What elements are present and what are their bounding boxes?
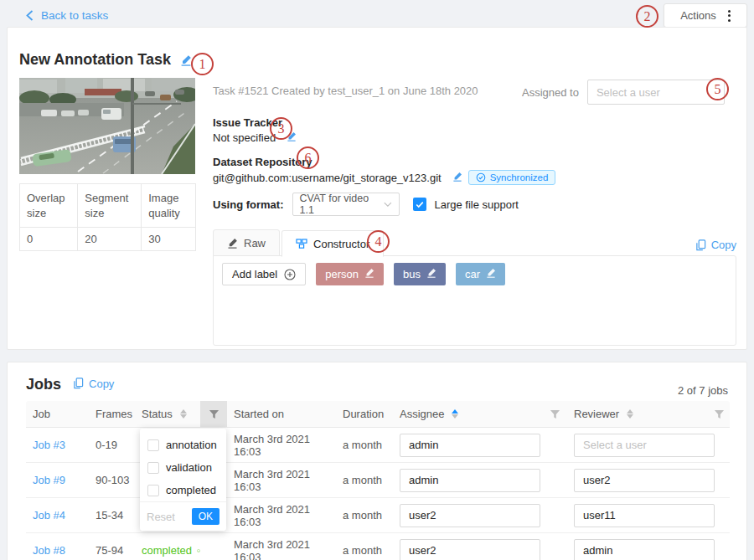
large-file-support-checkbox[interactable] [413,198,426,211]
job-status-text: completed [142,544,192,557]
param-header-quality: Image quality [142,184,196,228]
job-duration: a month [336,474,393,486]
job-reviewer-input[interactable] [574,469,715,492]
synchronized-badge[interactable]: Synchronized [468,170,556,185]
col-status[interactable]: Status [135,408,200,420]
jobs-copy-button[interactable]: Copy [73,378,114,390]
label-constructor-panel: Add label person bus car [213,255,736,346]
actions-button[interactable]: Actions [664,3,747,28]
using-format-label: Using format: [213,198,284,211]
job-link[interactable]: Job #9 [33,474,65,486]
checkbox-completed[interactable] [147,485,159,496]
jobs-header: Jobs Copy [26,376,114,393]
callout-3: 3 [270,117,292,140]
label-chip-bus[interactable]: bus [394,263,446,285]
job-row: Job #9 90-103 March 3rd 2021 16:03 a mon… [26,463,730,498]
svg-text:?: ? [198,549,199,551]
label-car-text: car [465,268,480,280]
add-label-text: Add label [232,268,277,280]
jobs-table-header: Job Frames Status Started on Duration As… [26,401,730,428]
back-to-tasks-label: Back to tasks [41,9,108,22]
task-preview-image [19,78,195,174]
question-circle-icon[interactable]: ? [197,545,200,557]
col-reviewer[interactable]: Reviewer [567,408,709,420]
assignee-sort-control[interactable] [452,409,458,419]
col-reviewer-label: Reviewer [574,408,619,420]
job-link[interactable]: Job #8 [33,544,65,557]
chevron-left-icon [25,10,34,21]
assignee-filter-button[interactable] [542,401,567,427]
label-bus-text: bus [403,268,421,280]
job-assignee-input[interactable] [400,434,540,457]
format-select[interactable]: CVAT for video 1.1 [292,193,400,216]
funnel-icon [550,409,560,419]
filter-option-completed[interactable]: completed [140,479,226,501]
job-reviewer-input[interactable] [574,539,715,560]
job-frames: 75-94 [89,544,135,557]
copy-icon [73,378,84,389]
repository-url-text: git@github.com:username/git_storage_v123… [213,172,442,184]
add-label-button[interactable]: Add label [222,263,306,285]
callout-2: 2 [636,5,658,28]
reviewer-sort-control[interactable] [627,409,633,419]
job-link[interactable]: Job #3 [33,439,65,451]
plus-circle-icon [284,269,296,280]
job-assignee-input[interactable] [400,539,540,560]
tab-constructor-label: Constructor [313,238,369,250]
status-filter-button[interactable] [200,401,227,427]
issue-tracker-text: Not specified [213,131,276,144]
dataset-repository-value: git@github.com:username/git_storage_v123… [213,170,555,185]
format-selected-value: CVAT for video 1.1 [300,193,384,216]
callout-4: 4 [367,230,390,253]
col-status-label: Status [142,408,173,420]
filter-ok-button[interactable]: OK [192,508,219,525]
status-filter-dropdown: annotation validation completed Reset OK [140,429,226,531]
job-frames: 0-19 [89,439,135,451]
job-assignee-input[interactable] [400,504,540,527]
param-header-overlap: Overlap size [20,184,78,228]
edit-repository-icon[interactable] [452,172,462,184]
cvat-task-page: Back to tasks Actions New Annotation Tas… [0,0,754,560]
jobs-copy-label: Copy [89,378,114,390]
job-assignee-input[interactable] [400,469,540,492]
filter-option-annotation[interactable]: annotation [140,434,226,456]
filter-reset-button[interactable]: Reset [147,511,175,523]
filter-option-validation[interactable]: validation [140,456,226,479]
back-to-tasks-link[interactable]: Back to tasks [25,9,108,22]
job-row: Job #8 75-94 completed ? March 3rd 2021 … [26,533,730,560]
funnel-icon [209,409,219,419]
job-duration: a month [336,544,393,557]
assignee-select-input[interactable] [587,80,725,105]
callout-1: 1 [191,53,214,75]
job-reviewer-input[interactable] [574,504,715,527]
job-frames: 90-103 [89,474,135,486]
job-started: March 3rd 2021 16:03 [227,433,336,458]
callout-6: 6 [297,146,319,169]
reviewer-filter-button[interactable] [709,401,730,427]
edit-label-car-icon[interactable] [486,268,496,280]
checkbox-validation[interactable] [147,462,159,474]
actions-label: Actions [680,9,716,22]
col-assignee-label: Assignee [400,408,444,420]
callout-5: 5 [706,78,729,100]
edit-label-bus-icon[interactable] [426,268,436,280]
edit-label-person-icon[interactable] [364,268,374,280]
assigned-to-group: Assigned to [522,80,725,105]
job-row: Job #4 15-34 March 3rd 2021 16:03 a mont… [26,498,730,533]
label-chip-car[interactable]: car [456,263,505,285]
check-circle-icon [476,172,486,182]
blocks-icon [296,239,307,249]
label-chip-person[interactable]: person [316,263,384,285]
task-title: New Annotation Task [19,51,192,70]
param-value-segment: 20 [78,228,142,251]
status-sort-control[interactable] [180,409,187,419]
job-duration: a month [336,509,393,521]
tab-raw[interactable]: Raw [213,229,280,256]
job-reviewer-input[interactable] [574,434,715,457]
job-link[interactable]: Job #4 [33,509,65,521]
task-title-text: New Annotation Task [19,51,171,68]
edit-task-name-icon[interactable] [180,53,192,70]
col-assignee[interactable]: Assignee [393,408,542,420]
labels-copy-button[interactable]: Copy [695,239,736,256]
checkbox-annotation[interactable] [147,439,159,451]
